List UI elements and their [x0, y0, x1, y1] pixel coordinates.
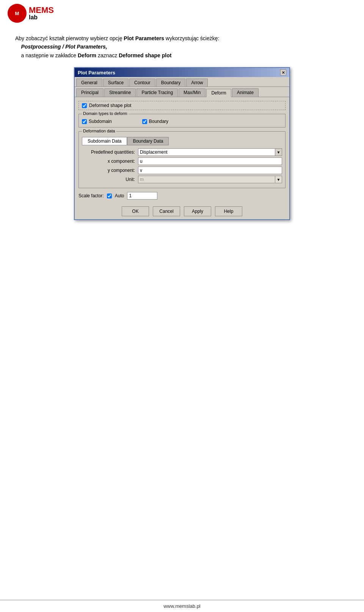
scale-value-input[interactable]: [127, 192, 157, 200]
predefined-input-wrapper: ▼: [138, 148, 282, 156]
intro-deform: Deform: [78, 52, 96, 58]
predefined-row: Predefined quantities: ▼: [82, 148, 282, 156]
intro-deformed-shape: Deformed shape plot: [119, 52, 171, 58]
y-component-input[interactable]: [138, 167, 282, 174]
help-button[interactable]: Help: [215, 206, 242, 216]
intro-italic-1: Postprocessing / Plot Parameters,: [21, 44, 107, 50]
logo-mems-text: MEMS: [29, 6, 54, 14]
auto-label: Auto: [115, 193, 124, 198]
apply-button[interactable]: Apply: [184, 206, 211, 216]
tabs-row-2: Principal Streamline Particle Tracing Ma…: [75, 87, 289, 97]
scale-label: Scale factor:: [78, 193, 104, 198]
predefined-dropdown-arrow[interactable]: ▼: [275, 148, 282, 156]
intro-text-3: a następnie w zakładce: [21, 52, 78, 58]
x-component-input[interactable]: [138, 157, 282, 165]
plot-parameters-dialog: Plot Parameters ✕ General Surface Contou…: [74, 67, 290, 220]
tab-arrow[interactable]: Arrow: [186, 79, 208, 87]
tab-maxmin[interactable]: Max/Min: [179, 88, 206, 97]
deformation-data-group: Deformation data Subdomain Data Boundary…: [78, 131, 286, 188]
cancel-button[interactable]: Cancel: [153, 206, 180, 216]
inner-tab-subdomain-data[interactable]: Subdomain Data: [82, 137, 127, 145]
close-button[interactable]: ✕: [280, 69, 286, 76]
svg-text:M: M: [15, 11, 19, 16]
domain-types-title: Domain types to deform: [82, 111, 129, 116]
scale-factor-row: Scale factor: Auto: [78, 192, 286, 200]
predefined-label: Predefined quantities:: [82, 149, 135, 155]
unit-dropdown-arrow[interactable]: ▼: [275, 176, 282, 183]
tab-particle-tracing[interactable]: Particle Tracing: [136, 88, 178, 97]
domain-types-row: Subdomain Boundary: [82, 116, 282, 124]
tab-general[interactable]: General: [76, 79, 102, 87]
logo-icon: M: [8, 4, 27, 23]
header: M MEMS lab: [0, 0, 364, 27]
tabs-row-1: General Surface Contour Boundary Arrow: [75, 77, 289, 87]
deformation-data-title: Deformation data: [82, 129, 116, 133]
tab-boundary[interactable]: Boundary: [156, 79, 185, 87]
tab-streamline[interactable]: Streamline: [104, 88, 136, 97]
x-component-row: x component:: [82, 157, 282, 165]
logo: M MEMS lab: [8, 4, 54, 23]
inner-tabs: Subdomain Data Boundary Data: [82, 137, 282, 145]
tab-deform[interactable]: Deform: [206, 89, 231, 97]
unit-input[interactable]: [138, 176, 275, 183]
dialog-titlebar: Plot Parameters ✕: [75, 68, 289, 77]
boundary-label: Boundary: [149, 119, 168, 124]
unit-label: Unit:: [82, 177, 135, 182]
unit-row: Unit: ▼: [82, 176, 282, 183]
predefined-input[interactable]: [138, 148, 275, 156]
footer: www.memslab.pl: [0, 600, 364, 612]
inner-tab-boundary-data[interactable]: Boundary Data: [127, 137, 169, 145]
subdomain-checkbox[interactable]: [82, 119, 87, 124]
dialog-wrapper: Plot Parameters ✕ General Surface Contou…: [15, 67, 349, 220]
intro-text-1: Aby zobaczyć kształt pierwotny wybierz o…: [15, 35, 124, 41]
x-component-label: x component:: [82, 159, 135, 164]
tab-surface[interactable]: Surface: [103, 79, 129, 87]
deformed-shape-checkbox[interactable]: [82, 103, 87, 108]
intro-text-2: wykorzystując ścieżkę:: [164, 35, 219, 41]
footer-url: www.memslab.pl: [163, 603, 201, 609]
dialog-buttons: OK Cancel Apply Help: [75, 203, 289, 219]
unit-input-wrapper: ▼: [138, 176, 282, 183]
tab-animate[interactable]: Animate: [232, 88, 259, 97]
logo-lab-text: lab: [29, 14, 54, 20]
intro-text-4: zaznacz: [96, 52, 119, 58]
intro-paragraph: Aby zobaczyć kształt pierwotny wybierz o…: [15, 34, 349, 60]
boundary-checkbox[interactable]: [142, 119, 147, 124]
y-component-row: y component:: [82, 167, 282, 174]
deformed-shape-row: Deformed shape plot: [78, 101, 286, 110]
domain-types-group: Domain types to deform Subdomain Boundar…: [78, 114, 286, 127]
tab-principal[interactable]: Principal: [76, 88, 104, 97]
dialog-title: Plot Parameters: [78, 70, 115, 76]
auto-checkbox[interactable]: [107, 194, 112, 198]
deformed-shape-label: Deformed shape plot: [89, 103, 131, 108]
ok-button[interactable]: OK: [122, 206, 149, 216]
intro-bold-1: Plot Parameters: [124, 35, 164, 41]
y-component-label: y component:: [82, 168, 135, 173]
subdomain-check-row: Subdomain: [82, 119, 112, 124]
tab-contour[interactable]: Contour: [129, 79, 155, 87]
dialog-body: Deformed shape plot Domain types to defo…: [75, 97, 289, 203]
main-content: Aby zobaczyć kształt pierwotny wybierz o…: [0, 27, 364, 228]
boundary-check-row: Boundary: [142, 119, 168, 124]
subdomain-label: Subdomain: [89, 119, 112, 124]
